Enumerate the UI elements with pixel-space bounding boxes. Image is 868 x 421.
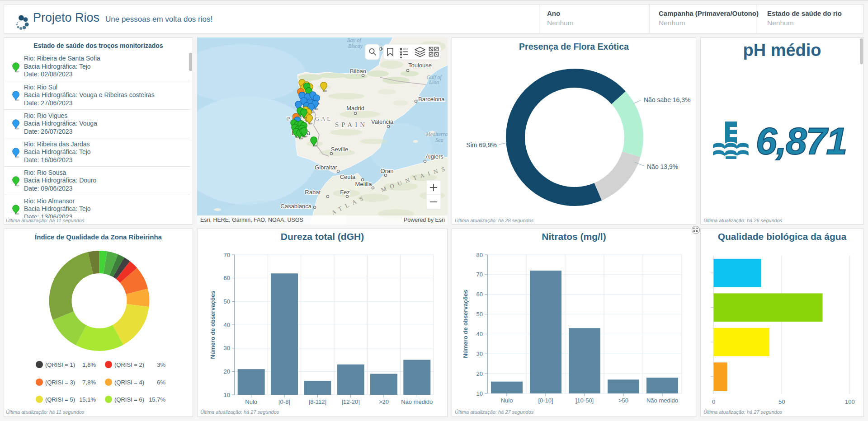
svg-text:Mediterra: Mediterra [425,131,448,137]
svg-text:40: 40 [476,331,483,337]
svg-text:Biscay: Biscay [348,43,363,49]
svg-text:Valencia: Valencia [371,118,394,125]
svg-text:Sim 69,9%: Sim 69,9% [466,141,497,149]
svg-text:Sea: Sea [435,137,443,143]
svg-text:Algiers: Algiers [425,153,443,160]
svg-text:10: 10 [224,392,230,398]
svg-text:Casablanca: Casablanca [280,203,311,210]
svg-text:(QRISI = 5): (QRISI = 5) [45,396,75,403]
svg-text:[0-8]: [0-8] [278,398,290,405]
svg-text:100: 100 [845,398,855,405]
svg-text:Melilla: Melilla [355,181,373,187]
svg-text:]8-112]: ]8-112] [309,398,327,405]
svg-text:Fez: Fez [340,189,350,196]
svg-text:7,8%: 7,8% [82,379,96,386]
svg-text:Madrid: Madrid [346,105,364,112]
svg-text:50: 50 [224,298,230,305]
svg-text:Bilbao: Bilbao [350,68,366,75]
svg-text:20: 20 [224,368,230,375]
svg-text:Não sabe 16,3%: Não sabe 16,3% [644,96,691,103]
svg-text:(QRISI = 1): (QRISI = 1) [45,361,75,368]
svg-text:Seville: Seville [331,146,348,153]
svg-text:Não medido: Não medido [646,397,678,404]
svg-text:>50: >50 [618,397,628,404]
svg-text:70: 70 [476,271,483,278]
svg-text:(QRISI = 6): (QRISI = 6) [114,396,144,403]
svg-text:Rabat: Rabat [305,189,321,196]
svg-text:(QRISI = 2): (QRISI = 2) [114,361,144,368]
svg-text:]12-20]: ]12-20] [341,398,359,405]
svg-text:Nulo: Nulo [245,398,257,405]
svg-text:50: 50 [778,398,785,405]
svg-text:Barcelona: Barcelona [418,96,445,103]
svg-text:Número de observações: Número de observações [462,290,469,358]
svg-text:Ceuta: Ceuta [340,173,356,180]
svg-text:50: 50 [476,311,483,318]
svg-text:Nulo: Nulo [501,397,513,404]
svg-text:Powered by Esri: Powered by Esri [404,217,445,223]
svg-text:30: 30 [476,351,483,357]
svg-text:[0-10]: [0-10] [538,397,553,404]
svg-text:(QRISI = 3): (QRISI = 3) [45,379,75,386]
svg-text:(QRISI = 4): (QRISI = 4) [114,379,144,386]
svg-text:Oran: Oran [381,168,394,174]
svg-text:60: 60 [476,291,483,298]
svg-text:40: 40 [224,322,230,328]
svg-text:1,8%: 1,8% [82,361,96,368]
svg-text:Não 13,9%: Não 13,9% [647,163,678,170]
svg-text:Toulouse: Toulouse [408,62,432,69]
svg-text:70: 70 [224,252,230,258]
svg-text:]10-50]: ]10-50] [576,397,594,404]
svg-text:Gibraltar: Gibraltar [315,164,338,171]
svg-text:>20: >20 [379,398,389,405]
svg-text:30: 30 [224,345,230,351]
svg-text:15,1%: 15,1% [79,396,96,403]
svg-text:3%: 3% [157,361,165,368]
svg-text:Esri, HERE, Garmin, FAO, NOAA,: Esri, HERE, Garmin, FAO, NOAA, USGS [200,217,303,223]
svg-text:15,7%: 15,7% [149,396,165,403]
svg-text:60: 60 [224,275,230,281]
svg-text:Lion: Lion [429,79,439,85]
svg-text:10: 10 [476,390,483,397]
svg-text:80: 80 [476,252,483,258]
svg-text:Não medido: Não medido [401,398,433,405]
svg-text:SPAIN: SPAIN [335,121,368,128]
svg-text:0: 0 [712,398,715,405]
svg-text:Número de observações: Número de observações [209,290,216,359]
svg-text:6%: 6% [157,379,165,386]
svg-text:20: 20 [476,370,483,377]
